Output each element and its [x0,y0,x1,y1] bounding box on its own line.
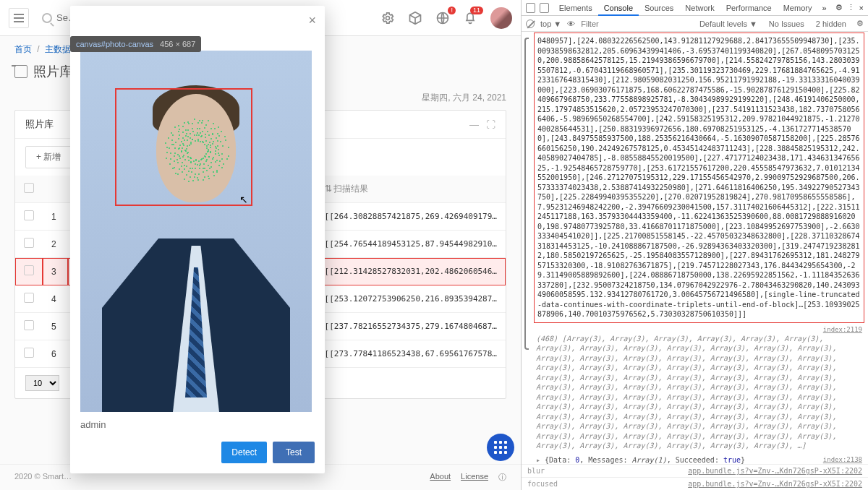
row-checkbox[interactable] [24,238,34,248]
console-object-line[interactable]: {Data: 0, Messages: Array(1), Succeeded:… [545,456,745,464]
console-array-line[interactable]: (468) [Array(3), Array(3), Array(3), Arr… [536,334,862,451]
menu-toggle-button[interactable] [9,8,29,28]
row-checkbox[interactable] [24,293,34,303]
test-button[interactable]: Test [273,442,315,463]
search-icon [42,13,52,23]
status-source-link[interactable]: app.bundle.js?v=Znv-…Kdn726gsP-xX5I:2202 [688,467,862,475]
console-coords-block: 0480957],[224.08032226562500,143.9128112… [536,35,862,321]
globe-icon[interactable]: ! [435,11,450,25]
row-result: [[253.12072753906250,216.8935394287… [316,285,506,313]
tooltip-dimensions: 456 × 687 [160,40,195,48]
panel-title: 照片库 [25,118,54,131]
context-select[interactable]: top ▼ [540,20,561,28]
hidden-count: 2 hidden [816,20,846,28]
globe-badge: ! [448,7,456,14]
devtools-menu-icon[interactable]: ⋮ [847,3,855,12]
cube-icon[interactable] [408,11,422,25]
console-toolbar: top ▼ 👁 Default levels ▼ No Issues 2 hid… [522,16,868,32]
collapse-indicator[interactable] [524,38,529,350]
row-result: [[254.76544189453125,87.94544982910… [316,231,506,258]
minimize-icon[interactable]: — [469,119,479,130]
row-result: [[273.77841186523438,67.69561767578… [316,340,506,368]
console-output[interactable]: 0480957],[224.08032226562500,143.9128112… [522,32,868,464]
col-scan-header: 扫描结果 [333,184,368,194]
inspector-tooltip: canvas#photo-canvas 456 × 687 [70,36,201,52]
modal-username: admin [80,419,315,430]
add-button[interactable]: + 新增 [25,146,72,168]
row-result: [[237.78216552734375,279.1674804687… [316,313,506,340]
photo-canvas[interactable]: ↖ [80,51,312,412]
breadcrumb-sep: / [37,44,39,54]
console-filter-input[interactable] [581,20,639,28]
expand-icon[interactable]: ⛶ [486,119,495,130]
row-checkbox[interactable] [24,320,34,330]
row-checkbox[interactable] [24,348,34,358]
source-link-2[interactable]: index:2138 [823,455,862,464]
row-checkbox[interactable] [24,265,34,275]
devtools-tab-network[interactable]: Network [679,1,720,14]
devtools-panel: ElementsConsoleSourcesNetworkPerformance… [521,0,868,490]
console-status-line: focusedapp.bundle.js?v=Znv-…Kdn726gsP-xX… [522,477,868,490]
checkbox-all[interactable] [24,183,34,193]
help-icon[interactable]: ⓘ [498,472,506,483]
detect-button[interactable]: Detect [221,442,267,463]
inspect-icon[interactable] [526,3,535,13]
file-icon [14,65,27,78]
device-icon[interactable] [540,3,549,13]
devtools-tab-sources[interactable]: Sources [639,1,679,14]
panel-tools: — ⛶ [469,119,495,130]
tabs-overflow-icon[interactable]: » [822,4,826,12]
log-levels-select[interactable]: Default levels ▼ [699,20,757,28]
devtools-tab-memory[interactable]: Memory [778,1,818,14]
row-index: 6 [43,340,68,368]
row-index: 3 [43,258,68,285]
row-index: 2 [43,231,68,258]
row-index: 5 [43,313,68,340]
console-gear-icon[interactable]: ⚙ [856,19,864,28]
sort-icon[interactable]: ⇅ [325,184,331,194]
fab-grid-button[interactable] [487,434,514,461]
expand-icon[interactable]: ▸ [536,456,545,464]
copyright: 2020 © Smart… [14,472,72,483]
license-link[interactable]: License [461,472,488,483]
source-link-1[interactable]: index:2119 [823,325,862,334]
page-size-select[interactable]: 10 [25,375,59,391]
about-link[interactable]: About [430,472,451,483]
row-result: [[212.31428527832031,202.4862060546… [316,258,506,285]
clear-console-icon[interactable] [526,20,535,28]
topbar-actions: ! 11 [380,7,512,29]
row-checkbox[interactable] [24,210,34,220]
modal-actions: Detect Test [80,442,315,463]
page-title-text: 照片库 [33,63,72,80]
devtools-tab-console[interactable]: Console [598,1,639,16]
status-source-link[interactable]: app.bundle.js?v=Znv-…Kdn726gsP-xX5I:2202 [688,480,862,488]
devtools-tab-performance[interactable]: Performance [720,1,778,14]
row-index: 4 [43,285,68,313]
devtools-close-icon[interactable]: × [859,4,864,12]
eye-icon[interactable]: 👁 [567,20,575,28]
tooltip-selector: canvas#photo-canvas [76,40,153,48]
detection-box [115,88,252,206]
issues-link[interactable]: No Issues [769,20,804,28]
cursor-icon: ↖ [239,194,248,205]
row-index: 1 [43,203,68,231]
status-label: focused [527,480,558,488]
photo-modal: × canvas#photo-canvas 456 × 687 ↖ admin … [70,6,325,473]
close-icon[interactable]: × [308,13,316,28]
row-result: [[264.30828857421875,269.4269409179… [316,203,506,231]
svg-point-0 [386,16,390,20]
status-label: blur [527,467,545,475]
avatar[interactable] [490,7,512,29]
devtools-tabs: ElementsConsoleSourcesNetworkPerformance… [522,0,868,16]
devtools-gear-icon[interactable]: ⚙ [835,3,843,12]
gear-icon[interactable] [380,11,395,25]
bell-icon[interactable]: 11 [463,11,477,25]
devtools-tab-elements[interactable]: Elements [553,1,598,14]
console-status-line: blurapp.bundle.js?v=Znv-…Kdn726gsP-xX5I:… [522,464,868,477]
breadcrumb-home[interactable]: 首页 [14,44,32,54]
notif-badge: 11 [470,7,483,14]
